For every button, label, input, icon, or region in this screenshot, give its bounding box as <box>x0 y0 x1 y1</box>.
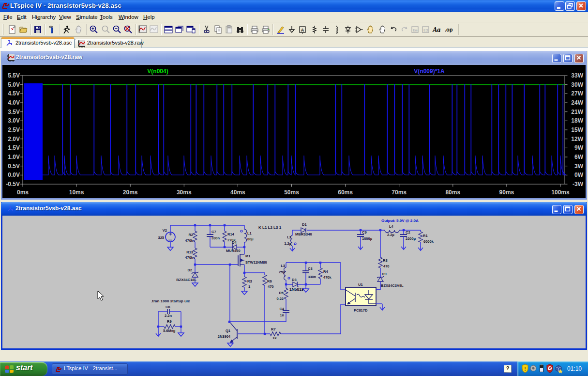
svg-text:470k: 470k <box>323 275 332 280</box>
svg-text:40ms: 40ms <box>230 189 245 196</box>
svg-text:10ms: 10ms <box>69 189 84 196</box>
svg-text:5.0V: 5.0V <box>8 81 20 88</box>
svg-text:R9: R9 <box>167 319 172 324</box>
svg-text:25µ: 25µ <box>279 270 285 274</box>
svg-text:6W: 6W <box>574 154 584 160</box>
svg-text:D9: D9 <box>382 272 387 276</box>
svg-text:1n: 1n <box>280 313 284 317</box>
svg-text:330n: 330n <box>211 236 220 240</box>
svg-text:21W: 21W <box>571 109 583 115</box>
svg-text:2.0V: 2.0V <box>8 136 20 142</box>
svg-text:2200µ: 2200µ <box>406 236 416 241</box>
svg-text:470k: 470k <box>185 238 194 243</box>
svg-text:1.0V: 1.0V <box>8 154 20 160</box>
svg-text:L4: L4 <box>389 224 394 229</box>
svg-text:5.5V: 5.5V <box>8 72 20 79</box>
svg-text:R4: R4 <box>323 269 328 274</box>
svg-text:1.2µ: 1.2µ <box>284 241 291 246</box>
svg-text:V(n004): V(n004) <box>147 68 168 75</box>
svg-text:2N3904: 2N3904 <box>218 334 231 339</box>
svg-text:0ms: 0ms <box>17 189 29 196</box>
svg-text:20ms: 20ms <box>123 189 138 196</box>
svg-text:MBRS340: MBRS340 <box>295 232 312 236</box>
svg-text:4.5V: 4.5V <box>8 90 20 97</box>
svg-text:V(n009)*1A: V(n009)*1A <box>414 68 445 75</box>
svg-text:L2: L2 <box>287 235 291 239</box>
svg-text:470: 470 <box>268 284 274 289</box>
svg-text:C2: C2 <box>406 230 410 235</box>
svg-text:1k: 1k <box>272 336 277 340</box>
svg-text:70ms: 70ms <box>392 189 407 196</box>
svg-text:R2: R2 <box>188 233 193 237</box>
svg-text:1: 1 <box>248 284 250 289</box>
svg-text:1.5V: 1.5V <box>8 144 20 151</box>
svg-text:3.0V: 3.0V <box>8 117 20 124</box>
svg-text:Output: 5.0V @ 2.0A: Output: 5.0V @ 2.0A <box>381 219 419 223</box>
svg-text:12W: 12W <box>571 136 583 142</box>
svg-text:STW11NM80: STW11NM80 <box>245 260 267 265</box>
svg-text:BZX84C3V9L: BZX84C3V9L <box>381 283 404 288</box>
svg-text:C4: C4 <box>279 307 284 311</box>
svg-text:470: 470 <box>383 264 390 268</box>
svg-text:18W: 18W <box>571 117 583 124</box>
svg-text:L1: L1 <box>247 231 252 235</box>
svg-text:V2: V2 <box>163 228 167 233</box>
svg-text:D2: D2 <box>187 268 192 272</box>
svg-text:BZX84C18L: BZX84C18L <box>176 278 196 282</box>
svg-text:Q1: Q1 <box>226 329 230 333</box>
svg-text:R5: R5 <box>279 291 284 295</box>
svg-text:D1: D1 <box>302 222 307 227</box>
svg-text:6000k: 6000k <box>423 239 434 244</box>
svg-text:0W: 0W <box>574 172 584 178</box>
svg-text:1N5819: 1N5819 <box>289 287 304 292</box>
svg-text:R8: R8 <box>383 258 388 263</box>
svg-text:2.2n: 2.2n <box>165 313 172 318</box>
svg-text:C9: C9 <box>362 230 367 235</box>
svg-text:2.5V: 2.5V <box>8 126 20 133</box>
svg-text:30ms: 30ms <box>177 189 192 196</box>
svg-text:330n: 330n <box>308 275 317 279</box>
svg-text:R6: R6 <box>267 279 272 283</box>
svg-text:15W: 15W <box>571 126 583 133</box>
svg-text:325: 325 <box>158 235 164 240</box>
svg-text:R7: R7 <box>271 327 276 331</box>
svg-text:R3: R3 <box>247 279 252 283</box>
svg-text:470k: 470k <box>185 255 194 260</box>
svg-text:50ms: 50ms <box>284 189 299 196</box>
svg-text:D4: D4 <box>232 240 237 245</box>
svg-text:5.6Meg: 5.6Meg <box>163 329 176 333</box>
svg-text:27W: 27W <box>571 90 583 97</box>
svg-text:M1: M1 <box>245 254 250 258</box>
svg-text:0.22: 0.22 <box>276 297 284 301</box>
svg-text:K L1 L2 L3 1: K L1 L2 L3 1 <box>258 225 282 230</box>
svg-text:60ms: 60ms <box>338 189 353 196</box>
svg-text:80µ: 80µ <box>247 237 254 241</box>
svg-text:100ms: 100ms <box>551 189 570 196</box>
svg-text:R1: R1 <box>423 234 428 238</box>
svg-text:3.5V: 3.5V <box>8 109 20 115</box>
svg-text:90ms: 90ms <box>499 189 514 196</box>
svg-text:C3: C3 <box>308 266 313 271</box>
svg-text:U1: U1 <box>358 282 363 287</box>
svg-text:C6: C6 <box>166 305 170 309</box>
svg-text:-0.5V: -0.5V <box>6 181 20 188</box>
svg-text:MUR460: MUR460 <box>226 249 241 253</box>
svg-text:30W: 30W <box>571 81 583 88</box>
svg-text:R13: R13 <box>186 250 193 254</box>
svg-text:C7: C7 <box>211 230 216 234</box>
svg-text:33W: 33W <box>571 72 583 79</box>
svg-text:0.5V: 0.5V <box>8 163 20 170</box>
svg-text:1000µ: 1000µ <box>362 236 372 241</box>
svg-text:PC817D: PC817D <box>354 308 368 313</box>
svg-text:D3: D3 <box>292 278 297 282</box>
svg-text:9W: 9W <box>574 144 584 151</box>
svg-text:0.0V: 0.0V <box>8 172 20 178</box>
svg-text:-3W: -3W <box>573 181 584 188</box>
svg-text:24W: 24W <box>571 99 583 106</box>
svg-text:R14: R14 <box>227 232 235 236</box>
svg-text:4.0V: 4.0V <box>8 99 20 106</box>
svg-text:2.2µ: 2.2µ <box>387 233 394 237</box>
svg-text:.tran 1000 startup uic: .tran 1000 startup uic <box>151 299 190 303</box>
svg-text:L3: L3 <box>281 264 285 268</box>
svg-text:80ms: 80ms <box>445 189 460 196</box>
